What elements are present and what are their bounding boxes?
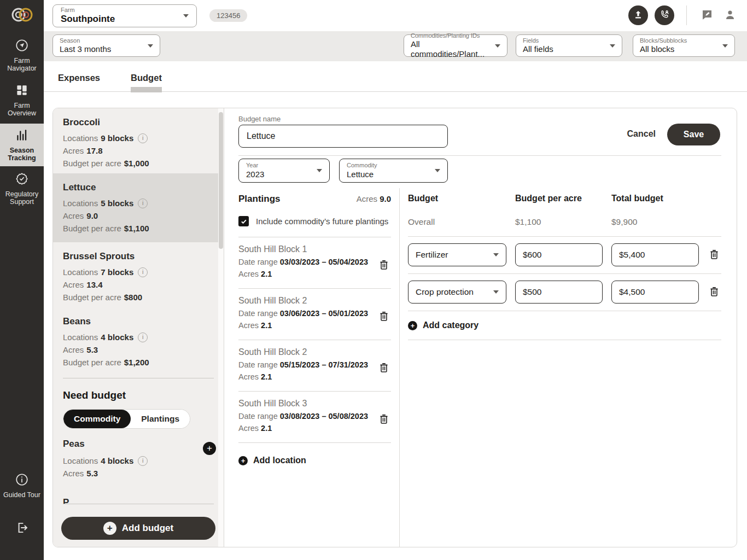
app-logo[interactable] bbox=[0, 4, 44, 27]
category-select[interactable]: Crop protection bbox=[408, 281, 506, 304]
info-icon[interactable]: i bbox=[138, 133, 148, 143]
tab-expenses[interactable]: Expenses bbox=[52, 73, 106, 91]
year-select[interactable]: Year 2023 bbox=[238, 159, 330, 183]
farm-select-label: Farm bbox=[61, 7, 115, 14]
budget-list-item-selected[interactable]: Lettuce Locations 5 blocks i Acres 9.0 B… bbox=[53, 173, 224, 242]
date-range-label: Date range bbox=[238, 309, 278, 318]
season-filter[interactable]: Season Last 3 months bbox=[52, 34, 160, 57]
per-acre-input[interactable] bbox=[515, 243, 603, 266]
need-budget-item[interactable]: Peas Locations 4 blocks i Acres 5.3 + bbox=[63, 429, 214, 483]
season-filter-value: Last 3 months bbox=[60, 44, 111, 54]
budget-name-input[interactable] bbox=[238, 125, 448, 148]
budget-column-header: Budget bbox=[408, 194, 515, 203]
budget-item-name: Beans bbox=[63, 316, 214, 327]
feedback-button[interactable] bbox=[699, 7, 715, 24]
add-budget-button[interactable]: + Add budget bbox=[61, 517, 215, 540]
locations-label: Locations bbox=[63, 132, 98, 144]
budget-per-acre-value: $1,200 bbox=[124, 356, 149, 369]
add-location-button[interactable]: + Add location bbox=[238, 456, 306, 465]
add-location-label: Add location bbox=[253, 456, 306, 465]
date-range-label: Date range bbox=[238, 360, 278, 369]
bar-chart-icon bbox=[15, 128, 29, 144]
trash-icon bbox=[378, 419, 390, 427]
acres-label: Acres bbox=[63, 209, 84, 222]
sidebar-item-label: Farm Navigator bbox=[1, 57, 43, 72]
chat-edit-icon bbox=[701, 8, 714, 23]
save-button[interactable]: Save bbox=[667, 124, 720, 145]
budget-list-item[interactable]: Brussel Sprouts Locations 7 blocks i Acr… bbox=[53, 242, 224, 307]
locations-value: 5 blocks bbox=[101, 197, 133, 209]
trash-icon bbox=[378, 316, 390, 324]
fields-filter[interactable]: Fields All fields bbox=[516, 34, 622, 57]
contact-support-button[interactable] bbox=[655, 5, 674, 25]
toggle-commodity[interactable]: Commodity bbox=[63, 410, 131, 428]
delete-category-button[interactable] bbox=[707, 247, 721, 262]
list-scrollbar-track[interactable] bbox=[218, 108, 224, 547]
delete-planting-button[interactable] bbox=[377, 360, 391, 376]
budget-per-acre-label: Budget per acre bbox=[63, 157, 121, 170]
trash-icon bbox=[708, 254, 720, 262]
total-budget-input[interactable] bbox=[611, 281, 699, 304]
budget-categories-pane: Budget Budget per acre Total budget Over… bbox=[408, 194, 721, 340]
list-divider bbox=[63, 378, 214, 378]
delete-planting-button[interactable] bbox=[377, 412, 391, 427]
sidebar-item-farm-navigator[interactable]: Farm Navigator bbox=[0, 34, 44, 77]
acres-value: 2.1 bbox=[261, 424, 272, 433]
account-button[interactable] bbox=[722, 7, 738, 24]
trash-icon bbox=[708, 291, 720, 300]
info-icon[interactable]: i bbox=[138, 332, 148, 342]
commodity-select[interactable]: Commodity Lettuce bbox=[339, 159, 448, 183]
blocks-filter[interactable]: Blocks/Subblocks All blocks bbox=[633, 34, 735, 57]
delete-category-button[interactable] bbox=[707, 284, 721, 300]
acres-total-value: 9.0 bbox=[380, 194, 391, 203]
add-category-button[interactable]: + Add category bbox=[408, 320, 478, 330]
category-select[interactable]: Fertilizer bbox=[408, 243, 506, 266]
info-icon[interactable]: i bbox=[138, 456, 148, 466]
budget-editor: Budget name Cancel Save Year 2023 Commod… bbox=[225, 108, 737, 547]
sidebar-item-season-tracking[interactable]: Season Tracking bbox=[0, 124, 44, 166]
chevron-down-icon bbox=[317, 169, 322, 172]
tab-budget[interactable]: Budget bbox=[125, 73, 168, 91]
info-icon[interactable]: i bbox=[138, 267, 148, 277]
total-budget-input[interactable] bbox=[611, 243, 699, 266]
include-future-plantings-checkbox[interactable]: Include commodity’s future plantings bbox=[238, 216, 391, 226]
logout-button[interactable] bbox=[0, 521, 44, 536]
delete-planting-button[interactable] bbox=[377, 309, 391, 324]
budget-per-acre-value: $1,000 bbox=[124, 157, 149, 170]
date-range-label: Date range bbox=[238, 258, 278, 266]
info-icon[interactable]: i bbox=[138, 199, 148, 208]
list-scrollbar-thumb[interactable] bbox=[219, 112, 223, 249]
planting-name: South Hill Block 2 bbox=[238, 296, 391, 306]
add-category-label: Add category bbox=[423, 320, 478, 330]
clipped-list-item: P bbox=[53, 497, 224, 504]
upload-button[interactable] bbox=[628, 5, 648, 25]
cancel-button[interactable]: Cancel bbox=[627, 129, 656, 139]
locations-label: Locations bbox=[63, 454, 98, 467]
plus-icon: + bbox=[103, 522, 116, 535]
budget-list-item[interactable]: Broccoli Locations 9 blocks i Acres 17.8… bbox=[53, 108, 224, 173]
chevron-down-icon bbox=[435, 169, 440, 172]
sidebar-item-guided-tour[interactable]: Guided Tour bbox=[0, 468, 44, 503]
locations-value: 9 blocks bbox=[101, 132, 133, 144]
create-budget-plus-button[interactable]: + bbox=[203, 442, 216, 455]
need-budget-section: Need budget Commodity Plantings Peas Loc… bbox=[53, 384, 224, 483]
acres-label: Acres bbox=[63, 343, 84, 356]
acres-label: Acres bbox=[238, 424, 259, 433]
header-divider bbox=[686, 5, 687, 25]
delete-planting-button[interactable] bbox=[377, 258, 391, 273]
farm-select[interactable]: Farm Southpointe bbox=[52, 4, 197, 27]
toggle-plantings[interactable]: Plantings bbox=[131, 410, 190, 428]
commodities-filter[interactable]: Commodities/Planting IDs All commodities… bbox=[404, 34, 507, 57]
date-range-value: 03/08/2023 – 05/08/2023 bbox=[280, 412, 368, 421]
chevron-down-icon bbox=[495, 44, 500, 48]
acres-value: 2.1 bbox=[261, 270, 272, 278]
budget-list-item[interactable]: Beans Locations 4 blocks i Acres 5.3 Bud… bbox=[53, 307, 224, 372]
commodity-select-value: Lettuce bbox=[347, 170, 377, 179]
season-filter-label: Season bbox=[60, 37, 111, 44]
certified-badge-icon bbox=[15, 172, 29, 188]
tab-indicator bbox=[131, 87, 162, 92]
per-acre-input[interactable] bbox=[515, 281, 603, 304]
sidebar-item-regulatory-support[interactable]: Regulatory Support bbox=[0, 167, 44, 210]
farm-id-badge: 123456 bbox=[209, 9, 247, 22]
sidebar-item-farm-overview[interactable]: Farm Overview bbox=[0, 79, 44, 121]
